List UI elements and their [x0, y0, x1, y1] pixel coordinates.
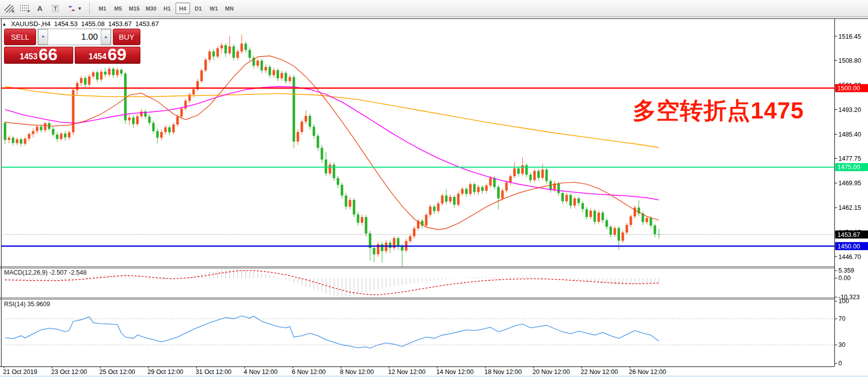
one-click-collapse-icon[interactable]: ▲ — [2, 22, 7, 27]
svg-text:23 Oct 12:00: 23 Oct 12:00 — [51, 368, 87, 375]
svg-text:1462.15: 1462.15 — [838, 204, 861, 211]
chart-text-annotation[interactable]: 多空转折点1475 — [633, 95, 804, 127]
sell-button-label: SELL — [11, 33, 30, 41]
svg-text:5.359: 5.359 — [838, 267, 854, 274]
buy-price-big: 69 — [107, 46, 126, 62]
svg-text:30: 30 — [838, 341, 845, 348]
svg-text:100: 100 — [838, 298, 849, 305]
svg-text:70: 70 — [838, 315, 845, 322]
quote-header: ▲ XAUUSD-,H4 1454.53 1455.08 1453.67 145… — [2, 20, 159, 28]
svg-text:26 Nov 12:00: 26 Nov 12:00 — [629, 368, 666, 375]
svg-text:14 Nov 12:00: 14 Nov 12:00 — [436, 368, 473, 375]
one-click-trading-panel: SELL ▼ 1.00 ▲ BUY 1453 66 1454 — [4, 29, 140, 64]
macd-indicator-label: MACD(12,26,9) -2.507 -2.548 — [4, 269, 87, 276]
svg-text:1485.40: 1485.40 — [838, 131, 861, 138]
sell-price-small: 1453 — [20, 51, 38, 62]
quote-close: 1453.67 — [135, 20, 159, 28]
svg-text:1516.45: 1516.45 — [838, 33, 861, 40]
svg-text:29 Oct 12:00: 29 Oct 12:00 — [147, 368, 184, 375]
mt4-window: E F A T ▼ M1M5M15M30H1H4D1W1MN 1516.4515 — [0, 0, 868, 377]
svg-text:6 Nov 12:00: 6 Nov 12:00 — [292, 368, 325, 375]
svg-text:12 Nov 12:00: 12 Nov 12:00 — [388, 368, 425, 375]
svg-text:1508.80: 1508.80 — [838, 57, 861, 64]
svg-text:0: 0 — [838, 360, 842, 367]
svg-text:31 Oct 12:00: 31 Oct 12:00 — [196, 368, 232, 375]
quote-low: 1453.67 — [108, 20, 132, 28]
rsi-indicator-label: RSI(14) 35.9609 — [4, 301, 50, 308]
svg-text:20 Nov 12:00: 20 Nov 12:00 — [533, 368, 570, 375]
svg-text:1493.20: 1493.20 — [838, 106, 861, 113]
svg-text:18 Nov 12:00: 18 Nov 12:00 — [484, 368, 522, 375]
svg-text:4 Nov 12:00: 4 Nov 12:00 — [244, 368, 277, 375]
svg-text:1469.95: 1469.95 — [838, 180, 861, 187]
quote-high: 1455.08 — [81, 20, 105, 28]
volume-stepper: ▼ 1.00 ▲ — [38, 29, 111, 45]
volume-value[interactable]: 1.00 — [48, 29, 101, 45]
buy-price-panel[interactable]: 1454 69 — [75, 47, 140, 64]
svg-text:1446.70: 1446.70 — [838, 254, 861, 261]
caret-up-icon: ▲ — [104, 35, 108, 39]
buy-button[interactable]: BUY — [113, 29, 140, 45]
caret-down-icon: ▼ — [41, 35, 45, 39]
svg-text:1500.00: 1500.00 — [837, 85, 860, 92]
buy-button-label: BUY — [119, 33, 134, 41]
svg-text:21 Oct 2019: 21 Oct 2019 — [3, 368, 37, 375]
volume-increase-button[interactable]: ▲ — [101, 29, 111, 45]
buy-price-small: 1454 — [89, 51, 107, 62]
svg-text:25 Oct 12:00: 25 Oct 12:00 — [99, 368, 135, 375]
svg-text:0.00: 0.00 — [838, 275, 850, 282]
symbol-period-label: XAUUSD-,H4 — [11, 20, 51, 28]
svg-text:1477.75: 1477.75 — [838, 155, 861, 162]
sell-button[interactable]: SELL — [4, 29, 36, 45]
svg-text:22 Nov 12:00: 22 Nov 12:00 — [581, 368, 618, 375]
volume-decrease-button[interactable]: ▼ — [38, 29, 48, 45]
svg-text:8 Nov 12:00: 8 Nov 12:00 — [340, 368, 374, 375]
svg-text:1475.00: 1475.00 — [837, 164, 860, 171]
svg-text:1453.67: 1453.67 — [837, 231, 860, 238]
quote-open: 1454.53 — [54, 20, 78, 28]
sell-price-big: 66 — [39, 46, 58, 62]
sell-price-panel[interactable]: 1453 66 — [4, 47, 73, 64]
svg-text:1450.00: 1450.00 — [837, 243, 860, 250]
